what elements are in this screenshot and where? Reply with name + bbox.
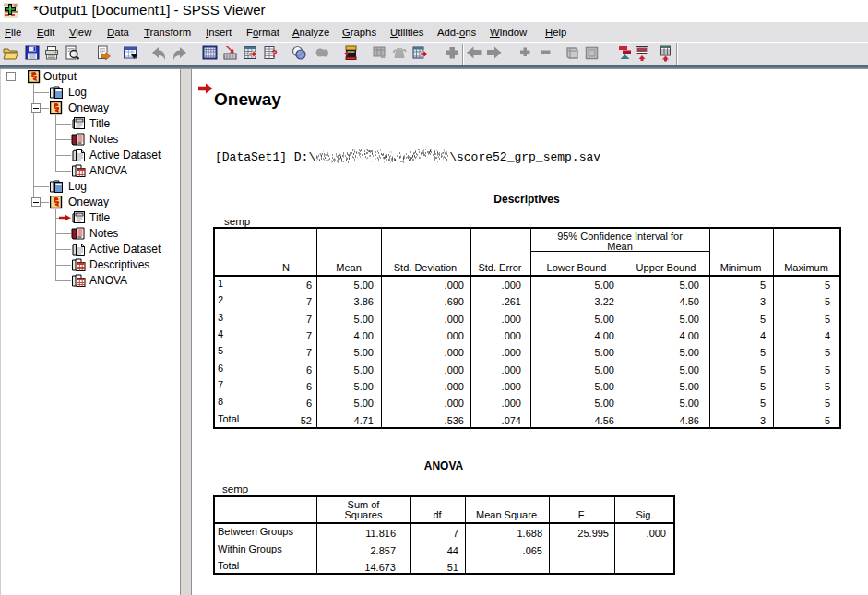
svg-text:?: ? [271,48,278,59]
